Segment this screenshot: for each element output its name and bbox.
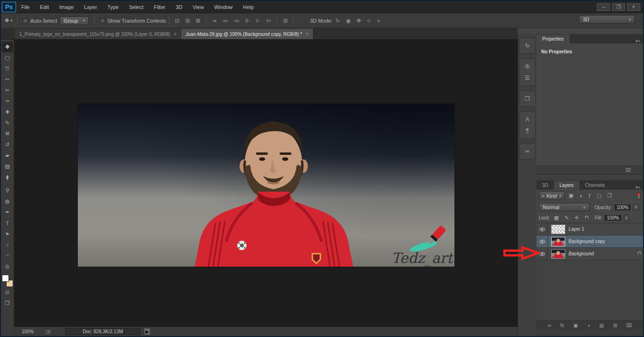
- dodge-tool[interactable]: ⚲: [2, 185, 13, 196]
- type-tool[interactable]: T: [2, 218, 13, 228]
- new-group-icon[interactable]: ▤: [599, 323, 603, 328]
- gradient-tool[interactable]: ▨: [2, 161, 13, 172]
- tool-preset-picker[interactable]: ✥ ▾: [3, 17, 14, 25]
- align-centers-icon[interactable]: ⊞: [182, 17, 193, 24]
- visibility-toggle[interactable]: [537, 223, 548, 235]
- 3d-roll-icon[interactable]: ◉: [343, 17, 353, 24]
- history-panel-icon[interactable]: ↻: [521, 40, 534, 51]
- adjustments-panel-icon[interactable]: ☰: [521, 72, 534, 84]
- quick-mask-button[interactable]: ⊙: [2, 287, 13, 298]
- add-layer-mask-icon[interactable]: ▣: [573, 323, 578, 328]
- show-transform-checkbox[interactable]: [100, 18, 105, 23]
- blur-tool[interactable]: ⧫: [2, 172, 13, 183]
- distribute-center-icon[interactable]: ⊩: [253, 17, 264, 24]
- layer-name[interactable]: Background copy: [569, 239, 605, 244]
- filter-type-icon[interactable]: T: [586, 193, 593, 199]
- character-panel-icon[interactable]: A: [521, 114, 534, 125]
- layer-row-layer1[interactable]: Layer 1: [537, 223, 643, 236]
- link-layers-icon[interactable]: ∞: [548, 323, 551, 328]
- tab-3d[interactable]: 3D: [537, 181, 554, 190]
- 3d-drag-icon[interactable]: ✥: [354, 17, 364, 24]
- quick-selection-tool[interactable]: ✏: [2, 74, 13, 85]
- shape-tool[interactable]: ○: [2, 239, 13, 250]
- fill-dropdown-icon[interactable]: ▾: [624, 215, 629, 221]
- menu-view[interactable]: View: [188, 1, 209, 13]
- menu-image[interactable]: Image: [54, 1, 79, 13]
- zoom-level-field[interactable]: 100%: [22, 329, 44, 334]
- eyedropper-tool[interactable]: ✑: [2, 96, 13, 107]
- opacity-value[interactable]: 100%: [614, 204, 632, 211]
- trash-icon[interactable]: ⌧: [625, 168, 631, 173]
- zoom-tool[interactable]: ◎: [2, 261, 13, 272]
- mini-bridge-icon[interactable]: ◔: [44, 329, 52, 335]
- 3d-scale-icon[interactable]: ⌖: [374, 17, 383, 24]
- opacity-dropdown-icon[interactable]: ▾: [633, 204, 639, 211]
- tab-properties[interactable]: Properties: [537, 34, 570, 43]
- marquee-tool[interactable]: ▢: [2, 52, 13, 63]
- slice-panel-icon[interactable]: ✂: [521, 146, 534, 157]
- crop-tool[interactable]: ✂: [2, 85, 13, 96]
- menu-type[interactable]: Type: [102, 1, 124, 13]
- menu-layer[interactable]: Layer: [79, 1, 102, 13]
- auto-align-icon[interactable]: ⊞: [280, 17, 290, 24]
- kind-filter-dropdown[interactable]: ⌕ Kind ≑: [539, 191, 565, 200]
- document-size-field[interactable]: Doc: 826.3K/2.13M: [65, 328, 140, 335]
- path-selection-tool[interactable]: ➤: [2, 228, 13, 239]
- lock-paint-icon[interactable]: ✎: [562, 215, 570, 221]
- align-bottom-icon[interactable]: ≔: [231, 17, 242, 24]
- new-adjustment-layer-icon[interactable]: ◑: [587, 323, 590, 328]
- eraser-tool[interactable]: ▰: [2, 150, 13, 161]
- filter-toggle-switch[interactable]: [637, 193, 641, 199]
- screen-mode-button[interactable]: ❐: [2, 298, 13, 309]
- history-brush-tool[interactable]: ↺: [2, 139, 13, 150]
- foreground-color-swatch[interactable]: [2, 275, 9, 282]
- workspace-switcher[interactable]: 3D ▾: [579, 15, 635, 24]
- layer-row-background[interactable]: Background: [537, 248, 643, 260]
- tab-channels[interactable]: Channels: [579, 181, 611, 190]
- layer-thumbnail[interactable]: [551, 249, 565, 259]
- clone-stamp-tool[interactable]: ⚒: [2, 128, 13, 139]
- blend-mode-dropdown[interactable]: Normal ≑: [539, 203, 590, 211]
- layer-thumbnail[interactable]: [551, 225, 565, 234]
- layer-style-fx-icon[interactable]: fx: [561, 323, 564, 328]
- close-button[interactable]: ×: [627, 3, 640, 11]
- auto-select-checkbox[interactable]: [23, 18, 28, 23]
- filter-smart-object-icon[interactable]: ❒: [605, 193, 614, 199]
- canvas-area[interactable]: Tedz_art: [14, 40, 518, 327]
- fill-value[interactable]: 100%: [604, 214, 622, 221]
- document-tab-juan-mata[interactable]: Juan-Mata-29.jpg @ 100% (Background copy…: [181, 29, 313, 39]
- layer-thumbnail[interactable]: [551, 237, 565, 246]
- filter-pixel-icon[interactable]: ▣: [567, 193, 575, 199]
- 3d-rotate-icon[interactable]: ↻: [332, 17, 343, 24]
- tab-layers[interactable]: Layers: [554, 181, 579, 190]
- filter-shape-icon[interactable]: ▢: [595, 193, 603, 199]
- align-right-edges-icon[interactable]: ⊠: [193, 17, 203, 24]
- styles-panel-icon[interactable]: ✇: [521, 61, 534, 72]
- layer-name[interactable]: Layer 1: [569, 227, 584, 232]
- layer-name[interactable]: Background: [569, 251, 594, 256]
- pen-tool[interactable]: ✒: [2, 207, 13, 218]
- distribute-right-icon[interactable]: ⊨: [264, 17, 274, 24]
- menu-select[interactable]: Select: [124, 1, 149, 13]
- distribute-left-icon[interactable]: ⊪: [242, 17, 253, 24]
- filter-adjustment-icon[interactable]: ◑: [577, 193, 584, 199]
- sponge-tool[interactable]: ◍: [2, 196, 13, 207]
- document-tab-logo[interactable]: 1_Primary_logo_on_transparent_115x75.png…: [15, 29, 181, 39]
- menu-edit[interactable]: Edit: [35, 1, 54, 13]
- lock-position-icon[interactable]: ✛: [573, 215, 581, 221]
- paragraph-panel-icon[interactable]: ¶: [521, 125, 534, 136]
- auto-select-target-dropdown[interactable]: Group ▾: [60, 17, 89, 25]
- align-top-icon[interactable]: ≖: [209, 17, 220, 24]
- menu-window[interactable]: Window: [209, 1, 238, 13]
- close-icon[interactable]: ×: [306, 32, 309, 37]
- close-icon[interactable]: ×: [174, 32, 177, 37]
- new-layer-icon[interactable]: ⊞: [613, 323, 617, 328]
- hand-tool[interactable]: ☞: [2, 250, 13, 261]
- menu-3d[interactable]: 3D: [171, 1, 188, 13]
- menu-file[interactable]: File: [16, 1, 35, 13]
- menu-help[interactable]: Help: [238, 1, 259, 13]
- 3d-panel-icon[interactable]: ❒: [521, 93, 534, 104]
- brush-tool[interactable]: ✎: [2, 118, 13, 128]
- align-left-edges-icon[interactable]: ⊟: [172, 17, 182, 24]
- status-expand-arrow-icon[interactable]: ▶: [144, 329, 150, 335]
